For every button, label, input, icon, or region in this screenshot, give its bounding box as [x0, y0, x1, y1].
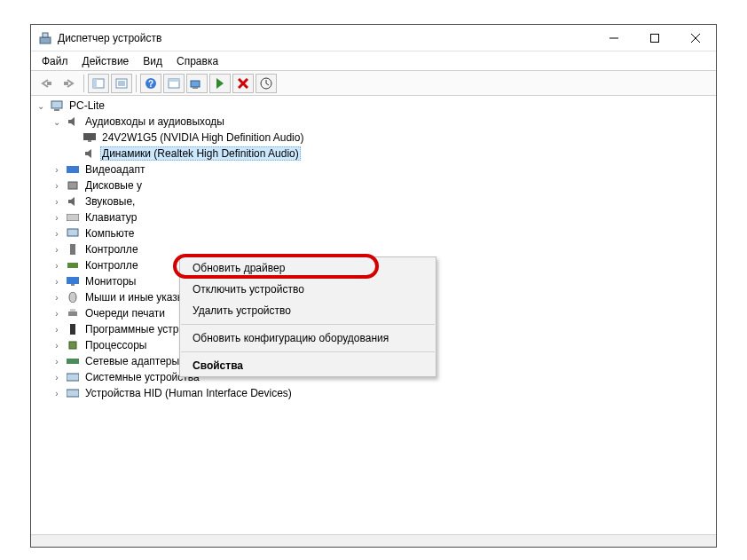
svg-rect-42: [67, 390, 79, 397]
svg-rect-3: [651, 34, 659, 42]
system-device-icon: [66, 370, 80, 384]
svg-rect-32: [67, 263, 78, 268]
controller-icon: [66, 258, 80, 272]
network-adapter-icon: [66, 354, 80, 368]
tree-device-selected[interactable]: Динамики (Realtek High Definition Audio): [35, 146, 716, 162]
tree-category[interactable]: ›Компьюте: [35, 225, 716, 241]
tree-category[interactable]: ›Клавиатур: [35, 209, 716, 225]
titlebar: Диспетчер устройств: [31, 25, 716, 51]
svg-rect-40: [67, 359, 79, 364]
minimize-button[interactable]: [594, 25, 634, 51]
printer-icon: [66, 306, 80, 320]
tree-label: Дисковые у: [83, 178, 144, 193]
chevron-right-icon[interactable]: ›: [51, 323, 63, 335]
ctx-uninstall-device[interactable]: Удалить устройство: [180, 300, 436, 321]
ctx-properties[interactable]: Свойства: [180, 355, 436, 376]
ctx-scan-hardware[interactable]: Обновить конфигурацию оборудования: [180, 327, 436, 349]
cpu-icon: [66, 338, 80, 352]
chevron-right-icon[interactable]: ›: [51, 179, 63, 192]
chevron-right-icon[interactable]: ›: [51, 163, 63, 176]
svg-rect-30: [67, 229, 78, 236]
tree-label: Контролле: [83, 258, 140, 272]
chevron-right-icon[interactable]: ›: [51, 259, 63, 272]
toolbar-back-button[interactable]: [35, 74, 57, 93]
chevron-right-icon[interactable]: ›: [51, 355, 63, 367]
svg-rect-26: [88, 140, 91, 142]
speaker-icon: [66, 194, 80, 209]
mouse-icon: [66, 290, 80, 304]
toolbar-enable-button[interactable]: [209, 74, 231, 93]
tree-category[interactable]: ›Устройства HID (Human Interface Devices…: [35, 385, 716, 401]
toolbar-action-button[interactable]: [163, 74, 185, 93]
svg-rect-9: [93, 79, 97, 88]
chevron-right-icon[interactable]: ›: [51, 339, 63, 351]
tree-category-audio[interactable]: ⌄ Аудиовходы и аудиовыходы: [35, 114, 716, 130]
software-device-icon: [66, 322, 80, 336]
toolbar-uninstall-button[interactable]: [232, 74, 254, 93]
close-button[interactable]: [675, 25, 716, 51]
tree-label: Контролле: [83, 242, 140, 256]
svg-rect-31: [70, 244, 75, 255]
toolbar-properties-button[interactable]: [111, 74, 132, 93]
menu-view[interactable]: Вид: [136, 53, 169, 69]
chevron-right-icon[interactable]: ›: [51, 307, 63, 319]
speaker-icon: [66, 114, 80, 129]
maximize-button[interactable]: [634, 25, 675, 51]
svg-rect-37: [70, 309, 75, 312]
hid-icon: [66, 386, 80, 400]
chevron-right-icon[interactable]: ›: [51, 387, 63, 399]
context-menu: Обновить драйвер Отключить устройство Уд…: [179, 256, 436, 377]
svg-rect-33: [67, 277, 79, 284]
menu-file[interactable]: Файл: [35, 53, 75, 69]
toolbar-separator: [136, 75, 137, 92]
chevron-down-icon[interactable]: ⌄: [35, 99, 47, 112]
ctx-update-driver[interactable]: Обновить драйвер: [180, 257, 436, 279]
display-adapter-icon: [66, 162, 80, 177]
toolbar-help-button[interactable]: ?: [140, 74, 161, 93]
menu-help[interactable]: Справка: [169, 53, 225, 69]
controller-icon: [66, 242, 80, 256]
app-icon: [38, 31, 52, 45]
svg-rect-38: [70, 324, 75, 335]
tree-label: Мониторы: [83, 274, 138, 288]
svg-rect-36: [68, 312, 77, 316]
svg-rect-25: [83, 133, 96, 140]
chevron-right-icon[interactable]: ›: [51, 243, 63, 256]
svg-rect-1: [43, 33, 48, 37]
menu-action[interactable]: Действие: [75, 53, 137, 69]
toolbar-separator: [83, 75, 84, 92]
toolbar-forward-button[interactable]: [59, 74, 80, 93]
chevron-right-icon[interactable]: ›: [51, 275, 63, 288]
chevron-down-icon[interactable]: ⌄: [51, 115, 63, 128]
svg-rect-24: [54, 109, 59, 111]
svg-rect-6: [47, 82, 51, 85]
tree-label: Сетевые адаптеры: [83, 354, 181, 368]
tree-label: Видеоадапт: [83, 162, 146, 177]
chevron-right-icon[interactable]: ›: [51, 291, 63, 304]
toolbar-scan-button[interactable]: [186, 74, 208, 93]
toolbar-show-hide-button[interactable]: [88, 74, 109, 93]
disk-icon: [66, 178, 80, 193]
tree-category[interactable]: ›Контролле: [35, 241, 716, 257]
chevron-right-icon[interactable]: ›: [51, 195, 63, 208]
chevron-right-icon[interactable]: ›: [51, 227, 63, 240]
tree-device[interactable]: 24V2W1G5 (NVIDIA High Definition Audio): [35, 130, 716, 146]
keyboard-icon: [66, 210, 80, 225]
tree-category[interactable]: ›Дисковые у: [35, 177, 716, 193]
speaker-icon: [83, 146, 97, 161]
chevron-right-icon[interactable]: ›: [51, 371, 63, 383]
svg-rect-18: [191, 81, 200, 87]
tree-category[interactable]: ›Звуковые,: [35, 193, 716, 209]
context-menu-separator: [181, 351, 435, 352]
svg-rect-29: [67, 214, 79, 221]
ctx-disable-device[interactable]: Отключить устройство: [180, 279, 436, 300]
tree-category[interactable]: ›Видеоадапт: [35, 162, 716, 177]
monitor-icon: [83, 130, 97, 145]
toolbar-update-driver-button[interactable]: [256, 74, 277, 93]
svg-rect-39: [69, 342, 76, 349]
chevron-right-icon[interactable]: ›: [51, 211, 63, 224]
context-menu-separator: [181, 324, 435, 325]
tree-root[interactable]: ⌄ PC-Lite: [35, 98, 716, 114]
svg-rect-0: [40, 37, 51, 43]
statusbar: [31, 534, 716, 547]
